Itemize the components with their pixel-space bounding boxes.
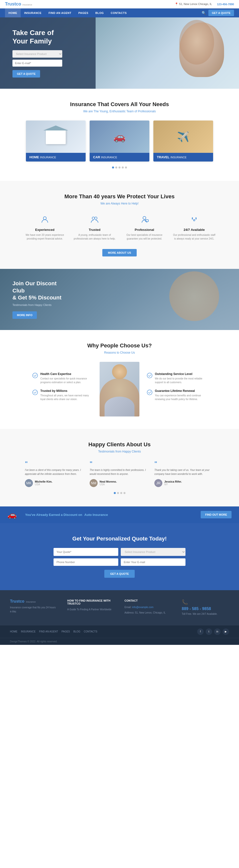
footer-nav-find-agent[interactable]: Find An Agent bbox=[39, 630, 58, 633]
svg-point-6 bbox=[33, 373, 37, 378]
svg-point-7 bbox=[33, 390, 37, 395]
twitter-icon[interactable]: t bbox=[206, 628, 212, 635]
nav-right: 🔍 Get A Quote bbox=[202, 10, 234, 16]
trusted-icon bbox=[74, 215, 116, 226]
quote-mark-0: " bbox=[25, 461, 85, 467]
card-home-image bbox=[26, 121, 86, 153]
t-dot-3[interactable] bbox=[120, 492, 122, 494]
author-name-2: Jessica Rifer. bbox=[164, 480, 182, 483]
footer-nav-home[interactable]: Home bbox=[10, 630, 18, 633]
quote-phone-input[interactable] bbox=[54, 558, 118, 566]
svg-point-0 bbox=[43, 217, 46, 220]
youtube-icon[interactable]: ▶ bbox=[222, 628, 229, 635]
dot-2[interactable] bbox=[115, 166, 117, 168]
card-home[interactable]: Home Insurance bbox=[26, 121, 86, 161]
card-car[interactable]: 🚗 Car Insurance bbox=[90, 121, 149, 161]
svg-point-5 bbox=[193, 219, 195, 221]
available-icon bbox=[173, 215, 215, 226]
trusted-text: A young, enthusiastic team of profession… bbox=[74, 233, 116, 241]
feature-trusted: Trusted A young, enthusiastic team of pr… bbox=[70, 213, 120, 243]
footer-nav-blog[interactable]: Blog bbox=[74, 630, 80, 633]
discount-subtitle: Testimonials from Happy Clients bbox=[12, 303, 67, 306]
quote-submit-button[interactable]: Get A Quote bbox=[104, 570, 135, 578]
healthcare-title: Health Care Expertise bbox=[40, 372, 92, 376]
author-country-0: USA bbox=[35, 483, 52, 486]
nav-home[interactable]: Home bbox=[5, 8, 21, 18]
features-row: Experienced We have over 20 years experi… bbox=[10, 213, 229, 243]
nav-pages[interactable]: Pages bbox=[75, 8, 92, 18]
social-links: f t in ▶ bbox=[197, 628, 229, 635]
t-dot-2[interactable] bbox=[117, 492, 119, 494]
logo-sub: insurance bbox=[22, 3, 32, 6]
search-icon[interactable]: 🔍 bbox=[202, 11, 206, 15]
more-about-us-button[interactable]: More About Us bbox=[102, 249, 136, 256]
why-item-guarantee: Guarantee Lifetime Renewal You can exper… bbox=[147, 389, 207, 401]
footer-phone: 889 - 585 - 9858 bbox=[182, 607, 229, 611]
footer-links: A Guide To Finding A Partner Worldwide bbox=[67, 608, 114, 611]
phone-icon: 📞 bbox=[182, 599, 229, 605]
card-travel[interactable]: ✈️ Travel Insurance bbox=[153, 121, 213, 161]
quote-your-quote-input[interactable] bbox=[54, 548, 118, 556]
card-car-image: 🚗 bbox=[90, 121, 149, 153]
why-item-healthcare-text: Health Care Expertise Contact our specia… bbox=[40, 372, 92, 384]
footer-nav-pages[interactable]: Pages bbox=[61, 630, 70, 633]
quote-title: Get Your Personalized Quote Today! bbox=[10, 535, 229, 542]
footer-nav-insurance[interactable]: Insurance bbox=[21, 630, 35, 633]
check-icon-healthcare bbox=[32, 373, 38, 379]
quote-email-input[interactable] bbox=[121, 558, 185, 566]
footer-phone-col: 📞 889 - 585 - 9858 Toll Free. We are 24/… bbox=[182, 599, 229, 617]
dot-5[interactable] bbox=[125, 166, 127, 168]
experienced-text: We have over 20 years experience providi… bbox=[24, 233, 66, 241]
quote-form: Select Insurance Product Get A Quote bbox=[45, 548, 194, 578]
outstanding-desc: We do our best to provide the most relia… bbox=[155, 377, 207, 384]
author-name-1: Neal Moreno. bbox=[100, 480, 117, 483]
quote-mark-1: " bbox=[90, 461, 149, 467]
dot-4[interactable] bbox=[122, 166, 124, 168]
trusted-millions-title: Trusted by Millions bbox=[40, 389, 92, 393]
quote-mark-2: " bbox=[154, 461, 214, 467]
svg-point-3 bbox=[143, 216, 146, 219]
nav-insurance[interactable]: Insurance bbox=[21, 8, 45, 18]
avatar-1: NM bbox=[90, 479, 98, 487]
card-car-label: Car Insurance bbox=[90, 153, 149, 161]
location-icon: 📍 bbox=[175, 2, 178, 5]
footer-desc: Insurance coverage that fits you 24 hour… bbox=[10, 606, 57, 614]
why-left: Health Care Expertise Contact our specia… bbox=[32, 372, 92, 406]
footer-nav-contacts[interactable]: Contacts bbox=[84, 630, 97, 633]
footer-links-col: How to Find Insurance with Trustco A Gui… bbox=[67, 599, 114, 617]
dot-3[interactable] bbox=[118, 166, 121, 168]
dot-1[interactable] bbox=[112, 166, 114, 168]
hero-cta-button[interactable]: Get A Quote bbox=[12, 70, 40, 78]
hero-email-input[interactable] bbox=[12, 60, 62, 67]
quote-insurance-select[interactable]: Select Insurance Product bbox=[121, 548, 185, 556]
facebook-icon[interactable]: f bbox=[197, 628, 204, 635]
why-item-trusted-text: Trusted by Millions Throughout all years… bbox=[40, 389, 92, 401]
testimonial-meta-2: Jessica Rifer. NY bbox=[164, 480, 182, 486]
check-icon-guarantee bbox=[147, 390, 152, 396]
top-contact: 📍 51, New Lenox Chicago, IL 123-456-7890 bbox=[175, 2, 234, 6]
nav-contacts[interactable]: Contacts bbox=[107, 8, 130, 18]
why-layout: Health Care Expertise Contact our specia… bbox=[10, 362, 229, 416]
carousel-dots bbox=[10, 166, 229, 168]
nav-find-agent[interactable]: Find An Agent bbox=[45, 8, 75, 18]
footer-copyright: DesignThemes © 2022. All rights reserved… bbox=[0, 638, 239, 645]
logo-text: Trust bbox=[5, 1, 16, 6]
t-dot-1[interactable] bbox=[114, 492, 116, 494]
footer-link-0[interactable]: A Guide To Finding A Partner Worldwide bbox=[67, 608, 114, 611]
footer-contact-col: Contact Email: info@example.com Address:… bbox=[125, 599, 172, 617]
testimonial-author-1: NM Neal Moreno. USA bbox=[90, 479, 149, 487]
discount-more-info-button[interactable]: More Info bbox=[12, 311, 37, 319]
hero-insurance-select[interactable]: Select Insurance Product bbox=[12, 50, 62, 58]
discount-title: Join Our Discont Club & Get 5% Discount bbox=[12, 280, 67, 302]
testimonials-section: Happy Clients About Us Testimonials from… bbox=[0, 429, 239, 506]
footer-logo: Trustco insurance bbox=[10, 599, 57, 603]
footer-main: Trustco insurance Insurance coverage tha… bbox=[0, 590, 239, 625]
nav-blog[interactable]: Blog bbox=[92, 8, 107, 18]
linkedin-icon[interactable]: in bbox=[214, 628, 220, 635]
why-item-trusted: Trusted by Millions Throughout all years… bbox=[32, 389, 92, 401]
get-quote-nav-button[interactable]: Get A Quote bbox=[208, 10, 234, 16]
find-out-more-button[interactable]: Find Out More bbox=[201, 511, 232, 518]
t-dot-4[interactable] bbox=[124, 492, 126, 494]
outstanding-title: Outstanding Service Level bbox=[155, 372, 207, 376]
navigation: Home Insurance Find An Agent Pages Blog … bbox=[0, 8, 239, 18]
